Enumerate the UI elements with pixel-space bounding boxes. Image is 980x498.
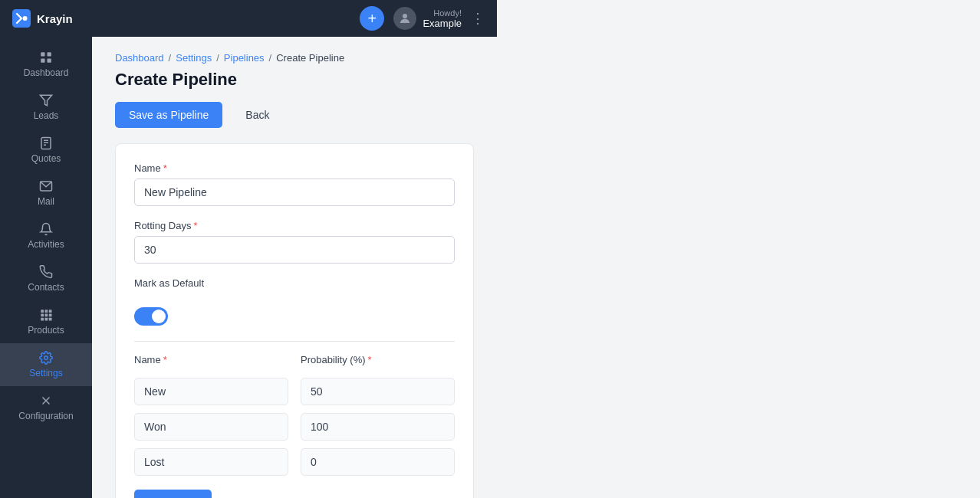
header-actions: + Howdy! Example ⋮	[360, 6, 485, 31]
add-icon: +	[368, 11, 377, 26]
svg-rect-20	[45, 318, 48, 321]
page-title: Create Pipeline	[115, 70, 474, 90]
svg-rect-3	[41, 52, 44, 56]
svg-rect-17	[45, 314, 48, 317]
sidebar: Dashboard Leads Quotes Mail Activities	[0, 37, 92, 498]
grid-icon	[39, 51, 53, 64]
toggle-wrapper	[134, 307, 455, 326]
mark-default-toggle[interactable]	[134, 307, 168, 326]
rotting-days-label: Rotting Days *	[134, 220, 455, 231]
form-card: Name * Rotting Days * Mark as Default	[115, 143, 474, 498]
logo-area: Krayin	[12, 9, 73, 28]
sidebar-item-label: Activities	[28, 239, 64, 250]
phone-icon	[39, 265, 53, 279]
svg-rect-16	[41, 314, 44, 317]
more-options-icon[interactable]: ⋮	[471, 10, 485, 27]
stage-probability-input-lost[interactable]	[301, 448, 455, 476]
svg-point-1	[23, 16, 28, 21]
breadcrumb-pipelines[interactable]: Pipelines	[224, 52, 265, 64]
sidebar-item-label: Leads	[34, 110, 59, 121]
settings-icon	[39, 351, 53, 365]
stages-section: Name * Probability (%) *	[134, 341, 455, 498]
stages-name-required-star: *	[163, 354, 167, 365]
action-buttons: Save as Pipeline Back	[115, 102, 474, 128]
user-info: Howdy! Example	[423, 8, 462, 29]
pipeline-name-input[interactable]	[134, 179, 455, 206]
add-stage-button[interactable]: Add Stage	[134, 490, 212, 498]
stage-row-new	[134, 378, 455, 405]
stage-row-won	[134, 413, 455, 441]
sidebar-item-products[interactable]: Products	[0, 300, 92, 343]
stage-probability-input-won[interactable]	[301, 413, 455, 441]
products-grid-icon	[39, 308, 53, 322]
breadcrumb-sep-1: /	[169, 52, 172, 64]
svg-rect-6	[48, 59, 51, 63]
breadcrumb-settings[interactable]: Settings	[176, 52, 212, 64]
bell-icon	[39, 222, 53, 236]
svg-rect-14	[45, 310, 48, 313]
back-button[interactable]: Back	[232, 102, 283, 128]
filter-icon	[39, 93, 53, 107]
user-avatar	[393, 7, 416, 30]
svg-rect-19	[41, 318, 44, 321]
sidebar-item-label: Configuration	[18, 411, 73, 421]
sidebar-item-settings[interactable]: Settings	[0, 343, 92, 386]
stage-probability-input-new[interactable]	[301, 378, 455, 405]
main-content: Dashboard / Settings / Pipelines / Creat…	[92, 37, 497, 498]
app-header: Krayin + Howdy! Example ⋮	[0, 0, 497, 37]
sidebar-item-label: Contacts	[28, 282, 64, 293]
sidebar-item-contacts[interactable]: Contacts	[0, 257, 92, 300]
stages-prob-col-header: Probability (%) *	[301, 354, 455, 365]
stage-row-lost	[134, 448, 455, 476]
breadcrumb-sep-3: /	[269, 52, 272, 64]
sidebar-item-configuration[interactable]: Configuration	[0, 386, 92, 429]
sidebar-item-quotes[interactable]: Quotes	[0, 129, 92, 172]
toggle-knob	[152, 310, 166, 323]
stages-header: Name * Probability (%) *	[134, 354, 455, 370]
stage-name-input-lost[interactable]	[134, 448, 288, 476]
mark-default-container: Mark as Default	[134, 277, 455, 289]
sidebar-item-dashboard[interactable]: Dashboard	[0, 43, 92, 86]
svg-rect-13	[41, 310, 44, 313]
breadcrumb-dashboard[interactable]: Dashboard	[115, 52, 164, 64]
name-required-star: *	[163, 162, 167, 174]
rotting-days-input[interactable]	[134, 236, 455, 264]
sidebar-item-label: Quotes	[31, 153, 61, 164]
sidebar-item-leads[interactable]: Leads	[0, 86, 92, 129]
sidebar-item-mail[interactable]: Mail	[0, 172, 92, 215]
breadcrumb-sep-2: /	[216, 52, 219, 64]
mark-default-label: Mark as Default	[134, 277, 204, 289]
sidebar-item-label: Mail	[38, 196, 54, 207]
svg-point-2	[403, 14, 407, 18]
mail-icon	[39, 179, 53, 193]
rotting-days-required-star: *	[193, 220, 197, 231]
sidebar-item-label: Settings	[29, 368, 62, 378]
sidebar-item-activities[interactable]: Activities	[0, 215, 92, 257]
rotting-days-field-group: Rotting Days *	[134, 220, 455, 264]
breadcrumb: Dashboard / Settings / Pipelines / Creat…	[115, 52, 474, 64]
file-icon	[39, 136, 53, 150]
user-name: Example	[423, 18, 462, 29]
sidebar-nav: Dashboard Leads Quotes Mail Activities	[0, 37, 92, 498]
user-menu[interactable]: Howdy! Example	[393, 7, 462, 30]
svg-rect-5	[41, 59, 44, 63]
svg-rect-21	[49, 318, 52, 321]
add-button[interactable]: +	[360, 6, 384, 31]
breadcrumb-current: Create Pipeline	[276, 52, 344, 64]
krayin-logo-icon	[12, 9, 31, 28]
configuration-icon	[39, 394, 53, 408]
save-pipeline-button[interactable]: Save as Pipeline	[115, 102, 222, 128]
svg-rect-4	[48, 52, 51, 56]
name-label: Name *	[134, 162, 455, 174]
stages-name-col-header: Name *	[134, 354, 288, 365]
svg-rect-18	[49, 314, 52, 317]
name-field-group: Name *	[134, 162, 455, 206]
stage-name-input-won[interactable]	[134, 413, 288, 441]
sidebar-item-label: Dashboard	[24, 67, 69, 78]
sidebar-item-label: Products	[28, 325, 64, 336]
avatar-icon	[398, 11, 412, 25]
app-name: Krayin	[37, 12, 73, 25]
svg-rect-15	[49, 310, 52, 313]
stages-prob-required-star: *	[368, 354, 372, 365]
stage-name-input-new[interactable]	[134, 378, 288, 405]
